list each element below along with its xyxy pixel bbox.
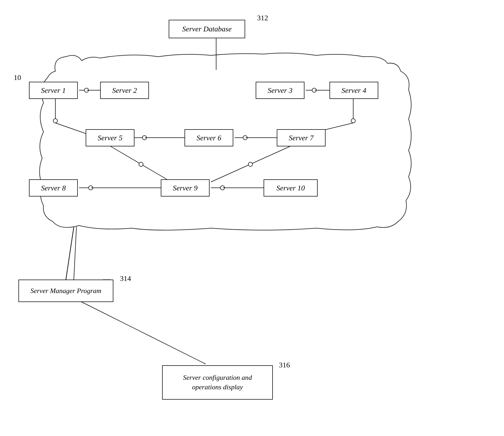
- server7-node: Server 7: [277, 129, 326, 146]
- svg-point-8: [53, 119, 57, 123]
- server6-label: Server 6: [196, 134, 221, 142]
- server1-label: Server 1: [41, 86, 66, 95]
- ref-316: 316: [279, 361, 290, 369]
- server4-node: Server 4: [329, 82, 378, 99]
- server8-label: Server 8: [41, 184, 66, 192]
- ref-314: 314: [120, 274, 131, 283]
- server3-node: Server 3: [256, 82, 304, 99]
- server4-label: Server 4: [341, 86, 366, 95]
- svg-point-26: [248, 162, 253, 166]
- server7-label: Server 7: [289, 134, 313, 142]
- server-manager-node: Server Manager Program: [18, 280, 113, 302]
- server1-node: Server 1: [29, 82, 78, 99]
- svg-point-24: [139, 162, 143, 166]
- diagram-container: Server Database 312 10 Server 1 Server 2…: [0, 0, 504, 436]
- server8-node: Server 8: [29, 179, 78, 197]
- server5-node: Server 5: [86, 129, 134, 146]
- server9-node: Server 9: [161, 179, 210, 197]
- svg-line-30: [66, 227, 74, 280]
- server5-label: Server 5: [98, 134, 122, 142]
- server2-label: Server 2: [112, 86, 137, 95]
- server-manager-label: Server Manager Program: [30, 287, 101, 295]
- server6-node: Server 6: [185, 129, 233, 146]
- svg-line-31: [79, 301, 206, 364]
- server10-node: Server 10: [264, 179, 318, 197]
- server9-label: Server 9: [173, 184, 197, 192]
- server3-label: Server 3: [268, 86, 292, 95]
- server10-label: Server 10: [276, 184, 305, 192]
- ref-312: 312: [257, 14, 268, 22]
- svg-line-29: [74, 227, 76, 280]
- server-database-node: Server Database: [169, 20, 245, 38]
- server-config-node: Server configuration andoperations displ…: [162, 365, 273, 400]
- server-database-label: Server Database: [182, 25, 231, 33]
- server2-node: Server 2: [100, 82, 149, 99]
- ref-10: 10: [14, 73, 21, 82]
- server-config-label: Server configuration andoperations displ…: [183, 373, 252, 392]
- svg-point-10: [351, 119, 355, 123]
